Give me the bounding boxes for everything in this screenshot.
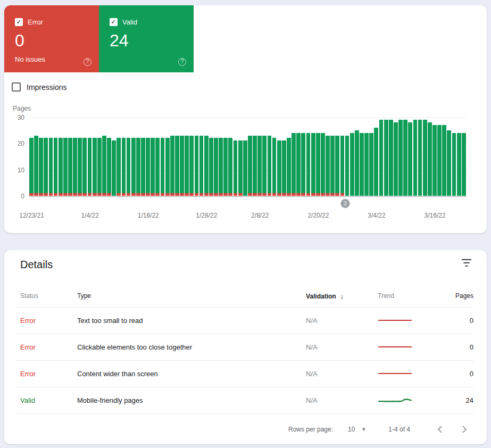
chart-bar[interactable]	[379, 120, 384, 196]
next-page-button[interactable]	[458, 423, 471, 436]
annotation-badge[interactable]: 3	[340, 199, 349, 208]
chart-bar[interactable]	[262, 136, 267, 196]
chart-bar[interactable]	[180, 136, 184, 196]
chart-bar[interactable]	[360, 133, 364, 196]
chart-bar[interactable]	[306, 133, 311, 196]
chart-bar[interactable]	[301, 133, 305, 196]
chart-bar[interactable]	[136, 138, 140, 196]
chart-bar[interactable]	[272, 138, 277, 196]
help-icon[interactable]: ?	[178, 58, 186, 66]
column-header-trend[interactable]: Trend	[356, 292, 431, 300]
chart-bar[interactable]	[257, 136, 262, 196]
column-header-status[interactable]: Status	[16, 292, 77, 300]
chart-bar[interactable]	[277, 140, 281, 196]
chart-bar[interactable]	[447, 130, 451, 196]
table-row[interactable]: ErrorText too small to readN/A0	[16, 308, 473, 334]
chart-bar[interactable]	[398, 120, 403, 196]
chart-bar[interactable]	[408, 122, 412, 196]
chart-bar[interactable]	[214, 138, 218, 196]
chart-bar[interactable]	[350, 133, 354, 196]
chart-bar[interactable]	[93, 138, 97, 196]
chart-bar[interactable]	[161, 138, 165, 196]
chart-bar[interactable]	[151, 138, 155, 196]
chart-bar[interactable]	[189, 136, 194, 196]
chart-bar[interactable]	[234, 140, 238, 196]
chart-bar[interactable]	[185, 136, 189, 196]
chart-bar[interactable]	[345, 136, 349, 196]
chart-bar[interactable]	[141, 138, 145, 196]
column-header-pages[interactable]: Pages	[431, 292, 473, 300]
chart-bar[interactable]	[316, 133, 320, 196]
chart-bar[interactable]	[418, 120, 422, 196]
chart-bar[interactable]	[253, 136, 257, 196]
chart-bar[interactable]	[82, 138, 87, 196]
chart-bar[interactable]	[394, 122, 398, 196]
chart-bar[interactable]	[413, 120, 418, 196]
chart-bar[interactable]	[68, 138, 72, 196]
chart-bar[interactable]	[311, 133, 315, 196]
chart-bar[interactable]	[457, 133, 461, 196]
valid-summary-card[interactable]: ✓ Valid 24 ?	[99, 5, 194, 72]
column-header-type[interactable]: Type	[77, 292, 306, 300]
chart-bar[interactable]	[223, 138, 228, 196]
impressions-toggle[interactable]: Impressions	[12, 82, 66, 92]
chart-bar[interactable]	[423, 120, 427, 196]
chart-bar[interactable]	[155, 138, 160, 196]
chart-bar[interactable]	[59, 138, 63, 196]
chart-bar[interactable]	[442, 125, 446, 196]
chart-bar[interactable]	[287, 138, 291, 196]
help-icon[interactable]: ?	[84, 58, 91, 66]
rows-per-page-select[interactable]: 10 ▼	[348, 426, 366, 433]
chart-bar[interactable]	[321, 133, 325, 196]
error-checkbox[interactable]: ✓	[15, 18, 23, 26]
chart-bar[interactable]	[428, 122, 432, 196]
chart-bar[interactable]	[403, 120, 407, 196]
chart-bar[interactable]	[102, 136, 106, 196]
chart-bar[interactable]	[432, 125, 437, 196]
table-row[interactable]: ErrorClickable elements too close togeth…	[16, 334, 473, 361]
chart-bar[interactable]	[369, 133, 373, 196]
chart-bar[interactable]	[374, 128, 378, 196]
filter-icon[interactable]	[461, 259, 472, 267]
chart-bar[interactable]	[49, 138, 53, 196]
chart-bar[interactable]	[268, 136, 272, 196]
chart-bar[interactable]	[165, 138, 170, 196]
chart-bar[interactable]	[248, 136, 252, 196]
chart-bar[interactable]	[199, 136, 204, 196]
table-row[interactable]: ValidMobile-friendly pagesN/A24	[16, 387, 473, 414]
chart-bar[interactable]	[292, 133, 296, 196]
table-row[interactable]: ErrorContent wider than screenN/A0	[16, 361, 473, 387]
chart-bar[interactable]	[364, 133, 369, 196]
chart-bar[interactable]	[116, 138, 121, 196]
chart-bar[interactable]	[340, 136, 345, 196]
chart-bar[interactable]	[146, 138, 150, 196]
chart-bar[interactable]	[107, 138, 111, 196]
chart-bar[interactable]	[44, 138, 48, 196]
previous-page-button[interactable]	[434, 423, 446, 436]
chart-bar[interactable]	[219, 138, 223, 196]
chart-bar[interactable]	[195, 136, 199, 196]
chart-bar[interactable]	[97, 138, 102, 196]
chart-bar[interactable]	[112, 140, 116, 196]
chart-bar[interactable]	[296, 133, 301, 196]
chart-bar[interactable]	[63, 138, 68, 196]
chart-bar[interactable]	[355, 130, 359, 196]
chart-bar[interactable]	[122, 138, 126, 196]
chart-bar[interactable]	[170, 136, 174, 196]
chart-bar[interactable]	[335, 136, 339, 196]
chart-bar[interactable]	[131, 138, 136, 196]
chart-bar[interactable]	[127, 138, 131, 196]
chart-bar[interactable]	[243, 140, 247, 196]
chart-bar[interactable]	[204, 136, 209, 196]
chart-bar[interactable]	[73, 138, 77, 196]
chart-bar[interactable]	[389, 120, 393, 196]
chart-bar[interactable]	[462, 133, 466, 196]
chart-bar[interactable]	[330, 136, 335, 196]
chart-bar[interactable]	[384, 120, 388, 196]
valid-checkbox[interactable]: ✓	[110, 18, 118, 26]
chart-bar[interactable]	[238, 140, 243, 196]
error-summary-card[interactable]: ✓ Error 0 No issues ?	[4, 5, 99, 72]
chart-bar[interactable]	[228, 138, 232, 196]
chart-bar[interactable]	[326, 136, 330, 196]
chart-bar[interactable]	[39, 138, 43, 196]
